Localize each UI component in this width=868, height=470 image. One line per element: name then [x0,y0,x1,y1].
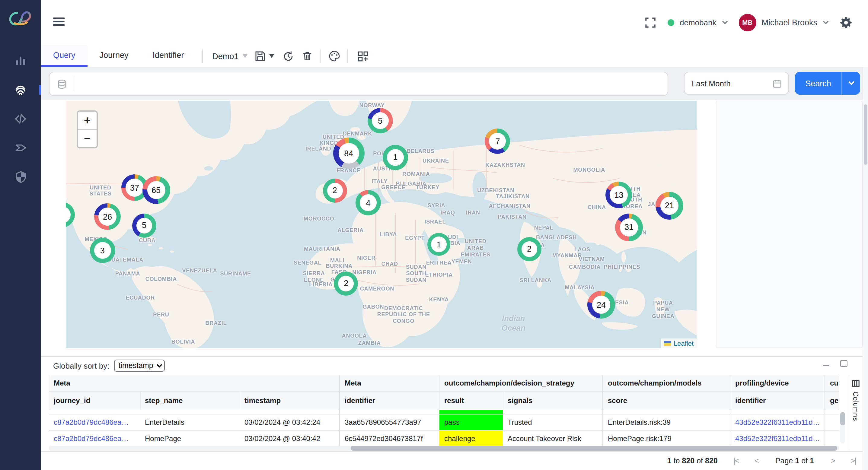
table-column-header: step_name [140,391,240,410]
fullscreen-button[interactable] [644,16,657,29]
table-vertical-scrollbar[interactable] [840,412,845,443]
row-range-summary: 1 to 820 of 820 [667,457,718,465]
cluster-marker[interactable]: 4 [355,190,381,216]
device-identifier-link[interactable]: 43d52e322f6311edb11d… [735,418,820,427]
cluster-marker[interactable]: 5 [132,213,156,238]
scrollbar-thumb[interactable] [864,104,867,165]
journey-id-link[interactable]: c87a2b0d79dc486ea… [54,434,129,443]
tab-identifier[interactable]: Identifier [141,45,196,67]
cluster-marker[interactable]: 2 [322,179,347,203]
table-partial-row-cell [825,410,839,414]
global-sort-select[interactable]: timestamp [114,359,165,372]
save-options-button[interactable] [268,50,275,63]
cluster-marker[interactable]: 2 [517,237,541,261]
cluster-marker[interactable]: 21 [655,192,683,220]
search-options-button[interactable] [842,81,860,86]
table-group-header: Meta [49,375,339,391]
result-badge: challenge [439,431,503,447]
cluster-marker[interactable]: 2 [334,271,358,295]
first-page-button[interactable]: |< [734,456,739,465]
device-identifier-link[interactable]: 43d52e322f6311edb11d… [735,434,820,443]
cluster-marker[interactable]: 31 [615,213,643,241]
palette-icon [329,50,340,62]
cluster-count: 65 [147,181,165,199]
maximize-panel-button[interactable] [840,360,847,367]
cell-gen [825,431,839,447]
table-partial-row-cell [140,410,240,414]
cluster-marker[interactable]: 5 [368,108,393,133]
scrollbar-thumb[interactable] [840,412,845,425]
zoom-in-button[interactable]: + [78,112,97,129]
scrollbar-thumb[interactable] [351,446,837,451]
cluster-count: 2 [522,241,537,257]
zoom-out-button[interactable]: − [78,130,97,147]
ocean-label: IndianOcean [501,314,525,333]
divider [202,50,203,63]
next-page-button[interactable]: > [831,456,835,465]
tab-journey[interactable]: Journey [88,45,141,67]
cluster-marker[interactable]: 65 [142,176,170,204]
date-range-picker[interactable]: Last Month [684,72,789,95]
save-icon [255,51,266,62]
cluster-marker[interactable]: 24 [587,291,615,319]
cell-identifier: 3aa6578906554773a97 [339,414,439,431]
fullscreen-icon [644,16,657,29]
journey-id-link[interactable]: c87a2b0d79dc486ea… [54,418,129,427]
hamburger-menu-button[interactable] [53,18,65,26]
table-column-header: result [439,391,503,410]
leaflet-link[interactable]: Leaflet [674,340,693,347]
table-horizontal-scrollbar[interactable] [49,446,839,451]
sidebar [0,0,41,470]
table-partial-row-cell [439,410,503,414]
minimize-panel-button[interactable] [823,365,829,366]
theme-button[interactable] [328,50,341,63]
cluster-marker[interactable]: 26 [94,203,121,230]
search-split-button[interactable]: Search [795,72,860,95]
cell-signals: Account Takeover Risk [503,431,602,447]
cluster-marker[interactable]: 1 [383,145,408,170]
last-page-button[interactable]: >| [850,456,856,465]
cluster-count: 13 [610,186,628,204]
cluster-marker[interactable]: 1 [427,233,450,256]
cluster-marker[interactable]: 84 [333,138,364,169]
table-group-header: outcome/champion/models [602,375,730,391]
cluster-marker[interactable]: 13 [606,182,632,208]
sidebar-item-analytics[interactable] [14,54,27,68]
user-menu[interactable]: MB Michael Brooks [739,13,829,31]
cluster-count: 7 [489,133,506,150]
page-scrollbar[interactable] [863,67,868,470]
workspace-selector[interactable]: Demo1 [212,45,247,67]
calendar-icon [772,78,782,88]
tab-query[interactable]: Query [41,45,88,67]
add-widget-button[interactable] [356,50,369,63]
table-column-header: signals [503,391,602,410]
settings-button[interactable] [840,16,852,29]
sidebar-item-security[interactable] [14,170,27,183]
cluster-marker[interactable]: 3 [90,238,115,263]
result-badge: pass [439,414,503,431]
cell-signals: Trusted [503,414,602,431]
cell-step-name: HomePage [140,431,240,447]
prev-page-button[interactable]: < [754,456,758,465]
sidebar-item-journeys[interactable] [14,141,27,154]
save-query-button[interactable] [253,50,267,63]
columns-panel-label: Columns [852,391,859,421]
geo-cluster-map[interactable]: NORWAYDENMARKUNITED KINGDOMIRELANDBELARU… [66,101,697,348]
sidebar-item-code[interactable] [14,112,27,125]
cluster-marker[interactable]: 7 [485,128,510,154]
sidebar-item-profiling[interactable] [14,83,27,97]
columns-panel-toggle[interactable]: Columns [849,375,862,449]
fingerprint-icon [14,83,27,97]
query-input[interactable] [74,79,668,88]
pagination-bar: 1 to 820 of 820 |< < Page 1 of 1 > >| [41,451,868,469]
history-button[interactable] [281,50,294,63]
cluster-count: 2 [327,183,343,198]
ukraine-flag-icon [664,341,671,346]
org-switcher[interactable]: demobank [668,18,728,27]
table-partial-row-cell [339,410,439,414]
app-logo-icon [9,8,32,27]
cluster-count: 24 [592,296,610,314]
delete-query-button[interactable] [301,50,314,63]
cluster-count: 21 [660,197,679,215]
divider [347,50,348,63]
